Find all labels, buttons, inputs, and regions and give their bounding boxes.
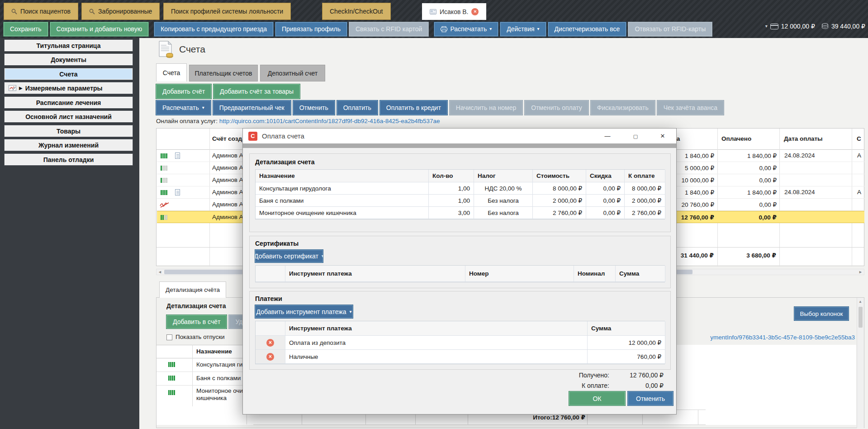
tab-loyalty-profiles[interactable]: Поиск профилей системы лояльности	[163, 3, 291, 20]
payment-row-icon-cell: ×	[256, 336, 285, 350]
sidebar-item-change-log[interactable]: Журнал изменений	[5, 139, 133, 151]
delete-payment-icon[interactable]: ×	[266, 339, 274, 347]
scrollbar-thumb[interactable]	[859, 307, 863, 328]
minimize-icon[interactable]: —	[601, 131, 614, 141]
top-tab-bar: Поиск пациентов Забронированные Поиск пр…	[0, 0, 868, 20]
column-header-discount[interactable]: Скидка	[586, 170, 625, 182]
preliminary-check-button[interactable]: Предварительный чек	[213, 100, 291, 115]
status-bars-icon	[161, 153, 167, 158]
advance-check-button[interactable]: Чек зачёта аванса	[657, 100, 724, 115]
show-vacations-checkbox[interactable]	[166, 334, 172, 340]
pay-credit-button[interactable]: Оплатить в кредит	[380, 100, 447, 115]
scroll-left-icon[interactable]: ◄	[158, 270, 162, 274]
column-header-due[interactable]: К оплате	[625, 170, 665, 182]
sidebar-item-title-page[interactable]: Титульная страница	[5, 40, 133, 51]
tab-checkin-checkout[interactable]: CheckIn/CheckOut	[322, 3, 391, 20]
payment-sum[interactable]: 760,00 ₽	[588, 350, 665, 364]
expander-icon[interactable]: ▶	[19, 86, 23, 91]
choose-columns-button[interactable]: Выбор колонок	[794, 307, 849, 320]
column-header-qty[interactable]: Кол-во	[429, 170, 474, 182]
dialog-separator	[243, 143, 676, 148]
column-header-tax[interactable]: Налог	[474, 170, 533, 182]
sidebar-item-invoices[interactable]: Счета	[5, 68, 133, 80]
sidebar-item-documents[interactable]: Документы	[5, 54, 133, 65]
chevron-down-icon: ▾	[322, 254, 324, 258]
dispatch-all-button[interactable]: Диспетчеризовать все	[548, 22, 626, 36]
tab-invoices[interactable]: Счета	[156, 63, 187, 81]
service-tax: Без налога	[474, 195, 533, 207]
maximize-icon[interactable]: ▢	[629, 131, 642, 141]
payment-info-link[interactable]: ymentInfo/976b3341-3b5c-457e-8109-5be9c2…	[681, 334, 855, 341]
add-invoice-button[interactable]: Добавить счёт	[156, 84, 211, 99]
save-and-add-button[interactable]: Сохранить и добавить новую	[50, 22, 149, 36]
payment-instrument[interactable]: Наличные	[285, 350, 588, 364]
service-name[interactable]: Баня с полками	[256, 195, 429, 207]
sidebar-item-main-prescription-sheet[interactable]: Основной лист назначений	[5, 111, 133, 122]
tab-invoice-detail[interactable]: Детализация счёта	[159, 281, 226, 298]
tab-invoice-payer[interactable]: Плательщик счетов	[189, 65, 258, 81]
add-goods-invoice-button[interactable]: Добавить счёт за товары	[213, 84, 300, 99]
tab-patient-isakov[interactable]: Исаков В. ×	[422, 3, 486, 20]
main-toolbar: Сохранить Сохранить и добавить новую Коп…	[0, 20, 868, 38]
scroll-up-icon[interactable]: ▲	[859, 300, 862, 304]
column-header-sum[interactable]: Сумма	[588, 321, 665, 336]
charge-to-room-button[interactable]: Начислить на номер	[450, 100, 522, 115]
payments-group: Платежи Добавить инструмент платежа▾ Инс…	[249, 291, 671, 370]
column-header-purpose[interactable]: Назначение	[256, 170, 429, 182]
scroll-right-icon[interactable]: ►	[859, 270, 863, 274]
actions-dropdown-button[interactable]: Действия▾	[500, 22, 545, 36]
payment-instrument[interactable]: Оплата из депозита	[285, 336, 588, 350]
column-header-empty	[256, 266, 285, 282]
copy-previous-visit-button[interactable]: Копировать с предыдущего приезда	[154, 22, 273, 36]
status-bars-icon	[161, 166, 167, 171]
received-label: Получено:	[519, 372, 609, 379]
bind-profile-button[interactable]: Привязать профиль	[275, 22, 347, 36]
online-payment-link[interactable]: http://quirco.com:10101/cartContentInfo/…	[219, 118, 440, 124]
vertical-scrollbar[interactable]: ▲	[857, 298, 864, 428]
sidebar-item-treatment-schedule[interactable]: Расписание лечения	[5, 97, 133, 108]
cancel-payment-button[interactable]: Отменить оплату	[525, 100, 588, 115]
fiscalize-button[interactable]: Фискализировать	[591, 100, 655, 115]
detail-row-name[interactable]: Баня с полками	[196, 375, 241, 381]
chevron-down-icon[interactable]: ▾	[765, 24, 768, 29]
tab-deposit-account[interactable]: Депозитный счет	[260, 65, 325, 81]
unlink-rfid-button[interactable]: Отвязать от RFID-карты	[628, 22, 712, 36]
column-header-sum[interactable]: Сумма	[616, 266, 665, 282]
delete-payment-icon[interactable]: ×	[266, 353, 274, 361]
column-header-pay-date[interactable]: Дата оплаты	[784, 135, 823, 142]
add-payment-instrument-dropdown-button[interactable]: Добавить инструмент платежа▾	[255, 305, 353, 318]
service-due: 2 000,00 ₽	[625, 195, 665, 207]
chevron-down-icon: ▾	[202, 105, 204, 110]
cancel-invoice-button[interactable]: Отменить	[293, 100, 335, 115]
save-button[interactable]: Сохранить	[4, 22, 48, 36]
pay-button[interactable]: Оплатить	[337, 100, 378, 115]
column-header-instrument[interactable]: Инструмент платежа	[285, 266, 465, 282]
close-tab-icon[interactable]: ×	[471, 8, 479, 15]
add-certificate-dropdown-button[interactable]: Добавить сертификат▾	[255, 250, 323, 262]
group-title: Детализация счета	[255, 158, 665, 166]
ok-button[interactable]: ОК	[569, 391, 625, 405]
column-header-status[interactable]: С	[857, 135, 861, 142]
service-name[interactable]: Консультация гирудолога	[256, 182, 429, 195]
sidebar-item-debug-panel[interactable]: Панель отладки	[5, 154, 133, 165]
print-invoice-dropdown-button[interactable]: Распечатать▾	[156, 100, 211, 115]
invoice-paid: 0,00 ₽	[721, 176, 777, 184]
column-header-instrument[interactable]: Инструмент платежа	[285, 321, 588, 336]
invoice-detail-group: Детализация счета Назначение Кол-во Нало…	[249, 153, 671, 232]
sidebar-item-goods[interactable]: Товары	[5, 125, 133, 137]
service-name[interactable]: Мониторное очищение кишечника	[256, 207, 429, 219]
column-header-number[interactable]: Номер	[465, 266, 574, 282]
column-header-purpose[interactable]: Назначение	[196, 348, 232, 355]
tab-booked[interactable]: Забронированные	[81, 3, 160, 20]
cancel-button[interactable]: Отменить	[628, 391, 673, 405]
close-icon[interactable]: ✕	[656, 131, 669, 141]
add-to-invoice-button[interactable]: Добавить в счёт	[166, 315, 227, 329]
column-header-paid[interactable]: Оплачено	[721, 135, 751, 142]
link-rfid-button[interactable]: Связать с RFID картой	[349, 22, 428, 36]
tab-patient-search[interactable]: Поиск пациентов	[4, 3, 78, 20]
payment-sum[interactable]: 12 000,00 ₽	[588, 336, 665, 350]
print-dropdown-button[interactable]: Распечатать▾	[434, 22, 498, 36]
column-header-nominal[interactable]: Номинал	[574, 266, 616, 282]
sidebar-item-measured-params[interactable]: ▶ Измеряемые параметры	[5, 82, 133, 94]
column-header-cost[interactable]: Стоимость	[533, 170, 586, 182]
